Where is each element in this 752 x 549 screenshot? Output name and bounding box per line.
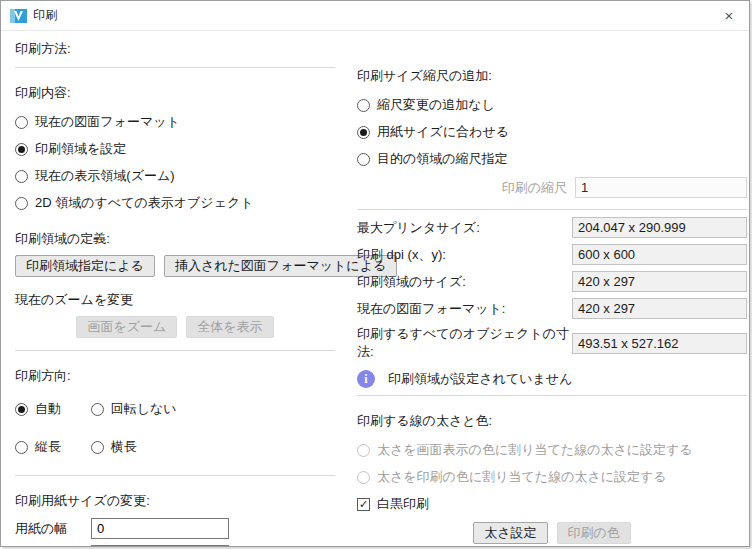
radio-icon — [91, 403, 104, 416]
radio-label: 縦長 — [35, 438, 61, 456]
paper-height-input[interactable] — [91, 545, 229, 547]
max-printer-size-row: 最大プリンタサイズ: 204.047 x 290.999 — [357, 217, 747, 238]
checkbox-label: 白黒印刷 — [377, 495, 429, 513]
print-dialog: 印刷 × 印刷方法: 印刷内容: 現在の図面フォーマット 印刷領域を設定 現在の… — [0, 0, 750, 547]
radio-label: 太さを画面表示の色に割り当てた線の太さに設定する — [377, 441, 693, 459]
line-width-settings-button[interactable]: 太さ設定 — [473, 522, 547, 544]
print-area-definition-label: 印刷領域の定義: — [15, 221, 335, 250]
radio-all-2d-objects[interactable]: 2D 領域のすべての表示オブジェクト — [15, 194, 335, 212]
close-icon[interactable]: × — [709, 1, 749, 30]
title-bar: 印刷 × — [1, 1, 749, 31]
radio-label: 目的の領域の縮尺指定 — [377, 150, 508, 168]
change-zoom-label: 現在のズームを変更 — [15, 282, 335, 311]
print-dpi-label: 印刷 dpi (x、y): — [357, 246, 572, 264]
print-content-label: 印刷内容: — [15, 75, 335, 104]
print-area-size-value: 420 x 297 — [572, 271, 747, 292]
radio-label: 現在の表示領域(ズーム) — [35, 167, 175, 185]
print-method-label: 印刷方法: — [15, 31, 335, 60]
print-dpi-value: 600 x 600 — [572, 244, 747, 265]
radio-label: 横長 — [111, 438, 137, 456]
print-scale-input[interactable] — [575, 177, 747, 198]
left-column: 印刷方法: 印刷内容: 現在の図面フォーマット 印刷領域を設定 現在の表示領域(… — [15, 31, 335, 547]
radio-label: 現在の図面フォーマット — [35, 113, 180, 131]
radio-label: 太さを印刷の色に割り当てた線の太さに設定する — [377, 468, 667, 486]
divider — [357, 395, 747, 396]
divider — [15, 350, 335, 351]
radio-icon — [357, 471, 370, 484]
radio-label: 2D 領域のすべての表示オブジェクト — [35, 194, 254, 212]
orientation-label: 印刷方向: — [15, 358, 335, 387]
radio-icon — [357, 126, 370, 139]
print-scale-label: 印刷の縮尺 — [502, 179, 567, 197]
radio-orientation-landscape[interactable]: 横長 — [91, 438, 137, 456]
define-by-print-area-button[interactable]: 印刷領域指定による — [15, 255, 155, 277]
radio-icon — [15, 170, 28, 183]
max-printer-size-label: 最大プリンタサイズ: — [357, 219, 572, 237]
show-all-button[interactable]: 全体を表示 — [186, 316, 273, 338]
notice-row: i 印刷領域が設定されていません — [357, 370, 747, 388]
line-width-color-label: 印刷する線の太さと色: — [357, 403, 747, 432]
info-icon: i — [357, 370, 375, 388]
checkbox-icon: ✓ — [357, 498, 370, 511]
all-objects-extent-value: 493.51 x 527.162 — [572, 333, 747, 354]
radio-icon — [15, 143, 28, 156]
radio-fit-to-paper[interactable]: 用紙サイズに合わせる — [357, 123, 747, 141]
radio-set-print-area[interactable]: 印刷領域を設定 — [15, 140, 335, 158]
radio-label: 用紙サイズに合わせる — [377, 123, 509, 141]
radio-no-scale-change[interactable]: 縮尺変更の追加なし — [357, 96, 747, 114]
current-format-label: 現在の図面フォーマット: — [357, 300, 572, 318]
radio-label: 回転しない — [111, 400, 177, 418]
radio-target-area-scale[interactable]: 目的の領域の縮尺指定 — [357, 150, 747, 168]
radio-orientation-no-rotate[interactable]: 回転しない — [91, 400, 177, 418]
app-logo-icon — [10, 9, 27, 23]
print-colors-button[interactable]: 印刷の色 — [557, 522, 631, 544]
paper-height-label: 用紙の高さ — [15, 547, 91, 548]
right-column: 印刷サイズ縮尺の追加: 縮尺変更の追加なし 用紙サイズに合わせる 目的の領域の縮… — [357, 31, 747, 547]
radio-label: 縮尺変更の追加なし — [377, 96, 495, 114]
radio-label: 自動 — [35, 400, 61, 418]
bw-print-checkbox-row[interactable]: ✓ 白黒印刷 — [357, 495, 747, 513]
paper-width-label: 用紙の幅 — [15, 520, 91, 538]
divider — [15, 67, 335, 68]
zoom-screen-button[interactable]: 画面をズーム — [76, 316, 177, 338]
radio-icon — [357, 153, 370, 166]
radio-icon — [15, 116, 28, 129]
radio-current-view-zoom[interactable]: 現在の表示領域(ズーム) — [15, 167, 335, 185]
radio-width-by-screen-color[interactable]: 太さを画面表示の色に割り当てた線の太さに設定する — [357, 441, 747, 459]
radio-icon — [15, 403, 28, 416]
paper-width-input[interactable] — [91, 518, 229, 539]
radio-label: 印刷領域を設定 — [35, 140, 126, 158]
radio-orientation-portrait[interactable]: 縦長 — [15, 438, 61, 456]
print-area-size-row: 印刷領域のサイズ: 420 x 297 — [357, 271, 747, 292]
current-format-value: 420 x 297 — [572, 298, 747, 319]
print-area-size-label: 印刷領域のサイズ: — [357, 273, 572, 291]
radio-icon — [15, 197, 28, 210]
radio-icon — [357, 444, 370, 457]
window-title: 印刷 — [33, 7, 709, 24]
all-objects-extent-label: 印刷するすべてのオブジェクトの寸法: — [357, 325, 572, 361]
divider — [357, 209, 747, 210]
divider — [15, 475, 335, 476]
paper-size-change-label: 印刷用紙サイズの変更: — [15, 483, 335, 512]
radio-width-by-print-color[interactable]: 太さを印刷の色に割り当てた線の太さに設定する — [357, 468, 747, 486]
radio-orientation-auto[interactable]: 自動 — [15, 400, 61, 418]
current-format-row: 現在の図面フォーマット: 420 x 297 — [357, 298, 747, 319]
notice-text: 印刷領域が設定されていません — [388, 370, 572, 388]
scale-addition-label: 印刷サイズ縮尺の追加: — [357, 31, 747, 87]
print-dpi-row: 印刷 dpi (x、y): 600 x 600 — [357, 244, 747, 265]
all-objects-extent-row: 印刷するすべてのオブジェクトの寸法: 493.51 x 527.162 — [357, 325, 747, 361]
radio-current-drawing-format[interactable]: 現在の図面フォーマット — [15, 113, 335, 131]
radio-icon — [91, 441, 104, 454]
radio-icon — [357, 99, 370, 112]
radio-icon — [15, 441, 28, 454]
max-printer-size-value: 204.047 x 290.999 — [572, 217, 747, 238]
